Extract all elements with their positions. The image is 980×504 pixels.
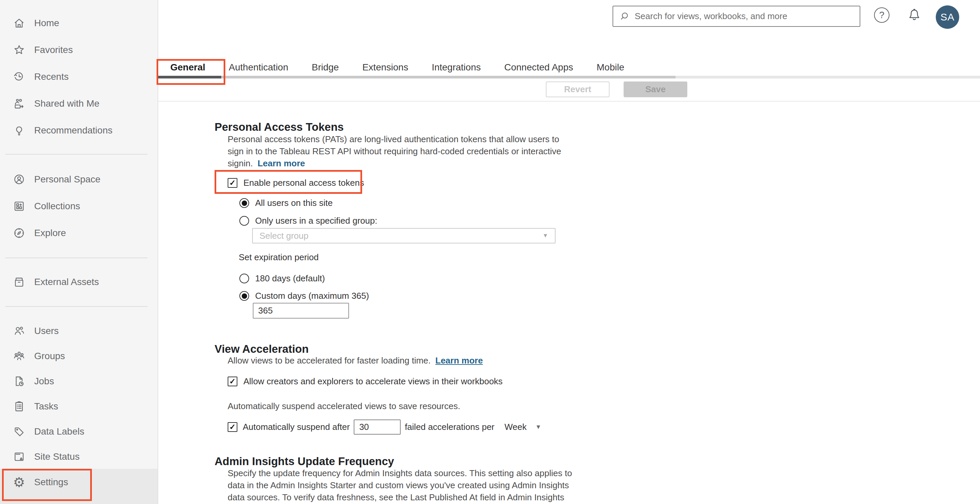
- tab-mobile[interactable]: Mobile: [597, 61, 624, 73]
- va-period-dropdown[interactable]: Week ▼: [504, 422, 541, 432]
- tab-integrations[interactable]: Integrations: [432, 61, 481, 73]
- section-title-view-acceleration: View Acceleration: [215, 343, 309, 355]
- va-suspend-suffix-label: failed accelerations per: [405, 422, 494, 432]
- tab-indicator-track: [158, 76, 980, 78]
- home-icon: [13, 17, 25, 30]
- sidebar-item-external-assets[interactable]: External Assets: [0, 269, 158, 296]
- va-allow-label: Allow creators and explorers to accelera…: [243, 376, 503, 386]
- sidebar-divider: [5, 258, 148, 258]
- sidebar-item-personal-space[interactable]: Personal Space: [0, 166, 158, 193]
- tab-authentication[interactable]: Authentication: [229, 61, 288, 73]
- tab-connected-apps[interactable]: Connected Apps: [504, 61, 573, 73]
- chevron-down-icon: ▼: [535, 423, 541, 431]
- sidebar-item-settings[interactable]: ⚙ Settings: [0, 469, 158, 504]
- tab-track-segment: [676, 76, 980, 78]
- pat-learn-more-link[interactable]: Learn more: [258, 157, 305, 169]
- help-button[interactable]: ?: [874, 7, 889, 23]
- sidebar-item-data-labels[interactable]: Data Labels: [0, 418, 158, 445]
- shared-with-me-icon: [13, 97, 25, 110]
- save-button[interactable]: Save: [624, 81, 687, 97]
- specified-group-radio[interactable]: [239, 216, 249, 226]
- help-icon: ?: [874, 7, 889, 23]
- sidebar-item-explore[interactable]: Explore: [0, 219, 158, 246]
- sidebar-item-label: Shared with Me: [34, 98, 100, 109]
- sidebar-item-label: Jobs: [34, 376, 54, 386]
- va-suspend-checkbox[interactable]: ✓: [228, 422, 237, 432]
- search-input[interactable]: [634, 11, 854, 22]
- users-icon: [13, 324, 25, 337]
- notifications-button[interactable]: [907, 7, 922, 23]
- pat-description-line: Personal access tokens (PATs) are long-l…: [228, 133, 561, 145]
- sidebar-divider: [5, 306, 148, 307]
- sidebar-item-label: External Assets: [34, 277, 99, 288]
- sidebar-item-collections[interactable]: Collections: [0, 193, 158, 219]
- sidebar-item-label: Explore: [34, 228, 66, 238]
- sidebar-item-groups[interactable]: Groups: [0, 343, 158, 369]
- tasks-icon: [13, 400, 25, 413]
- enable-pat-checkbox[interactable]: ✓: [228, 178, 237, 188]
- section-title-admin-insights: Admin Insights Update Frequency: [215, 455, 394, 468]
- select-group-dropdown[interactable]: Select group ▼: [252, 228, 555, 243]
- sidebar-item-label: Personal Space: [34, 174, 100, 185]
- compass-icon: [13, 227, 25, 239]
- sidebar-item-tasks[interactable]: Tasks: [0, 393, 158, 420]
- sidebar-item-label: Recents: [34, 72, 69, 82]
- tab-extensions[interactable]: Extensions: [363, 61, 408, 73]
- all-users-label: All users on this site: [255, 198, 332, 208]
- va-allow-row: ✓ Allow creators and explorers to accele…: [228, 376, 503, 386]
- days-180-label: 180 days (default): [255, 273, 325, 284]
- specified-group-radio-row: Only users in a specified group:: [239, 216, 377, 226]
- sidebar-item-jobs[interactable]: Jobs: [0, 368, 158, 395]
- custom-days-radio-row: Custom days (maximum 365): [239, 291, 369, 301]
- lightbulb-icon: [13, 124, 25, 137]
- custom-days-input[interactable]: [253, 303, 349, 318]
- tab-general[interactable]: General: [170, 61, 205, 73]
- checkmark-icon: ✓: [229, 377, 236, 386]
- sidebar-item-home[interactable]: Home: [0, 10, 158, 37]
- question-mark-glyph: ?: [879, 10, 885, 21]
- groups-icon: [13, 350, 25, 362]
- chevron-down-icon: ▼: [542, 232, 548, 239]
- sidebar: Home Favorites Recents Shared with Me Re…: [0, 0, 158, 504]
- sidebar-item-shared-with-me[interactable]: Shared with Me: [0, 90, 158, 117]
- star-icon: [13, 44, 25, 56]
- active-tab-indicator: [158, 76, 221, 78]
- all-users-radio-row: All users on this site: [239, 198, 332, 208]
- revert-button[interactable]: Revert: [546, 81, 609, 97]
- expiration-period-label: Set expiration period: [239, 252, 318, 262]
- days-180-radio[interactable]: [239, 273, 249, 283]
- personal-space-icon: [13, 173, 25, 186]
- sidebar-item-label: Data Labels: [34, 426, 84, 437]
- va-period-value: Week: [504, 422, 527, 432]
- settings-tab-bar: General Authentication Bridge Extensions…: [170, 61, 624, 73]
- sidebar-item-site-status[interactable]: Site Status: [0, 443, 158, 470]
- va-learn-more-link[interactable]: Learn more: [436, 355, 483, 367]
- sidebar-item-recommendations[interactable]: Recommendations: [0, 117, 158, 144]
- sidebar-item-users[interactable]: Users: [0, 318, 158, 344]
- section-title-personal-access-tokens: Personal Access Tokens: [215, 121, 344, 134]
- settings-gear-icon: ⚙: [13, 476, 25, 488]
- all-users-radio[interactable]: [239, 198, 249, 208]
- sidebar-item-favorites[interactable]: Favorites: [0, 37, 158, 64]
- sidebar-item-recents[interactable]: Recents: [0, 64, 158, 90]
- pat-description-line: signin. Learn more: [228, 157, 561, 169]
- va-allow-checkbox[interactable]: ✓: [228, 377, 237, 386]
- va-suspend-description: Automatically suspend accelerated views …: [228, 400, 460, 412]
- recents-history-icon: [13, 70, 25, 83]
- jobs-icon: [13, 375, 25, 388]
- va-suspend-count-input[interactable]: [354, 420, 401, 435]
- sidebar-item-label: Users: [34, 326, 59, 336]
- pat-description: Personal access tokens (PATs) are long-l…: [228, 133, 561, 169]
- external-assets-icon: [13, 276, 25, 288]
- tab-track-segment: [221, 76, 676, 78]
- sidebar-item-label: Site Status: [34, 452, 80, 462]
- checkmark-icon: ✓: [229, 178, 236, 188]
- va-description-text: Allow views to be accelerated for faster…: [228, 355, 431, 367]
- avatar[interactable]: SA: [936, 5, 959, 29]
- main-content: ? SA General Authentication Bridge Exten…: [158, 0, 980, 504]
- days-180-radio-row: 180 days (default): [239, 273, 325, 284]
- tab-bridge[interactable]: Bridge: [312, 61, 339, 73]
- custom-days-radio[interactable]: [239, 291, 249, 301]
- admin-insights-description-line: Specify the update frequency for Admin I…: [228, 467, 572, 479]
- va-suspend-prefix-label: Automatically suspend after: [243, 422, 350, 432]
